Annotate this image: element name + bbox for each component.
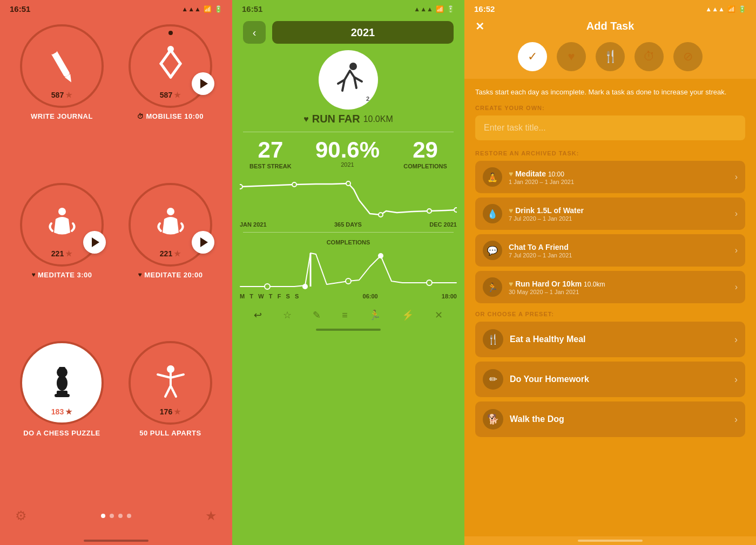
home-indicator-3 [578, 540, 643, 542]
task-circle-chess[interactable]: 183 ★ [20, 341, 104, 425]
star-icon-wj: ★ [65, 91, 72, 99]
archived-item-run[interactable]: 🏃 ♥ Run Hard Or 10km 10.0km 30 May 2020 … [475, 271, 745, 303]
cat-icon-health[interactable]: ♥ [557, 42, 586, 71]
chevron-walk-dog: › [734, 414, 738, 425]
star-icon-med2: ★ [174, 249, 181, 258]
preset-item-healthy-meal[interactable]: 🍴 Eat a Healthy Meal › [475, 322, 745, 357]
cat-icon-time[interactable]: ⏱ [634, 42, 664, 71]
preset-icon-homework: ✏ [483, 369, 503, 390]
mobilise-play-btn[interactable] [192, 72, 214, 95]
task-circle-mobilise[interactable]: 587 ★ [129, 24, 212, 108]
clock-icon-mob: ⏱ [137, 113, 144, 120]
task-item-mobilise[interactable]: 587 ★ ⏱ MOBILISE 10:00 [119, 24, 221, 176]
stat-best-streak: 27 BEST STREAK [249, 139, 292, 169]
archived-date-run: 30 May 2020 – 1 Jan 2021 [509, 289, 728, 295]
svg-line-20 [171, 386, 176, 397]
archived-info-meditate: ♥ Meditate 10:00 1 Jan 2020 – 1 Jan 2021 [509, 169, 728, 185]
svg-point-15 [167, 365, 174, 373]
run-icon-p2[interactable]: 🏃 [369, 309, 381, 321]
svg-point-12 [57, 376, 68, 391]
heart-icon-run: ♥ [303, 114, 309, 124]
star-icon-mob: ★ [174, 91, 181, 99]
cat-icon-task[interactable]: ✓ [518, 42, 547, 71]
share-icon[interactable]: ↩ [254, 309, 262, 321]
page-dot-3 [118, 514, 123, 518]
completions-num: 29 [403, 139, 447, 161]
archived-item-meditate[interactable]: 🧘 ♥ Meditate 10:00 1 Jan 2020 – 1 Jan 20… [475, 161, 745, 193]
battery-icon: 🔋 [214, 5, 222, 13]
svg-point-21 [349, 63, 357, 70]
archived-info-water: ♥ Drink 1.5L of Water 7 Jul 2020 – 1 Jan… [509, 206, 728, 222]
star-icon-pa: ★ [174, 407, 181, 416]
task-circle-meditate1[interactable]: 221 ★ [20, 183, 104, 267]
completions-chart-label: COMPLETIONS [232, 239, 464, 246]
p2-header: ‹ 2021 [232, 16, 464, 50]
chevron-meditate: › [735, 172, 738, 182]
preset-item-walk-dog[interactable]: 🐕 Walk the Dog › [475, 401, 745, 437]
task-title-input[interactable] [475, 115, 745, 140]
svg-line-17 [158, 374, 171, 378]
page-dot-2 [110, 514, 114, 518]
task-circle-meditate2[interactable]: 221 ★ [129, 183, 212, 267]
task-item-pullapart[interactable]: 176 ★ 50 PULL APARTS [119, 341, 221, 493]
home-indicator-2 [316, 329, 381, 331]
status-bar-3: 16:52 ▲▲▲ 📶 🔋 [464, 0, 756, 16]
heart-icon-med2: ♥ [138, 271, 143, 278]
meditate1-badge: 221 ★ [51, 249, 72, 258]
settings-button[interactable]: ⚙ [15, 508, 27, 523]
pullapart-badge: 176 ★ [160, 407, 181, 416]
task-item-write-journal[interactable]: 587 ★ WRITE JOURNAL [11, 24, 113, 176]
archived-item-chat[interactable]: 💬 Chat To A Friend 7 Jul 2020 – 1 Jan 20… [475, 234, 745, 267]
task-item-meditate1[interactable]: 221 ★ ♥ MEDITATE 3:00 [11, 183, 113, 335]
archived-info-chat: Chat To A Friend 7 Jul 2020 – 1 Jan 2021 [509, 243, 728, 258]
list-icon-p2[interactable]: ≡ [342, 310, 348, 321]
edit-icon-p2[interactable]: ✎ [313, 309, 321, 321]
svg-point-8 [58, 208, 66, 215]
tasks-grid: 587 ★ WRITE JOURNAL 587 [0, 16, 232, 502]
task-circle-write-journal[interactable]: 587 ★ [20, 24, 104, 108]
cat-icon-food[interactable]: 🍴 [596, 42, 625, 71]
task-circle-pullapart[interactable]: 176 ★ [129, 341, 212, 425]
meditate2-icon [149, 203, 192, 246]
svg-line-6 [171, 64, 180, 77]
page-dot-1 [101, 514, 105, 518]
task-item-meditate2[interactable]: 221 ★ ♥ MEDITATE 20:00 [119, 183, 221, 335]
svg-point-29 [265, 284, 270, 289]
preset-item-homework[interactable]: ✏ Do Your Homework › [475, 362, 745, 397]
activity-circle: 2 [319, 50, 378, 110]
svg-point-32 [378, 253, 383, 258]
time-3: 16:52 [474, 4, 495, 13]
lightning-icon-p2[interactable]: ⚡ [402, 309, 414, 321]
pen-icon [40, 45, 84, 88]
cat-icon-none[interactable]: ⊘ [673, 42, 703, 71]
meditate2-play-btn[interactable] [192, 231, 214, 254]
close-icon-p2[interactable]: ✕ [435, 309, 443, 321]
svg-point-7 [167, 46, 174, 52]
archived-item-water[interactable]: 💧 ♥ Drink 1.5L of Water 7 Jul 2020 – 1 J… [475, 197, 745, 230]
battery-icon-3: 🔋 [738, 5, 746, 13]
stats-row: 27 BEST STREAK 90.6% 2021 29 COMPLETIONS [232, 139, 464, 176]
meditate1-play-btn[interactable] [83, 231, 106, 254]
task-item-chess[interactable]: 183 ★ DO A CHESS PUZZLE [11, 341, 113, 493]
star-icon-med1: ★ [65, 249, 72, 258]
battery-icon-2: 🔋 [447, 5, 455, 13]
archived-icon-chat: 💬 [483, 241, 502, 260]
home-indicator-1 [84, 540, 148, 542]
mobilise-label: ⏱ MOBILISE 10:00 [137, 112, 204, 120]
chart-axis-labels: JAN 2021 365 DAYS DEC 2021 [240, 221, 457, 228]
best-streak-label: BEST STREAK [249, 163, 292, 169]
back-button[interactable]: ‹ [243, 21, 266, 44]
close-button[interactable]: ✕ [475, 20, 484, 33]
status-icons-3: ▲▲▲ 📶 🔋 [705, 5, 746, 13]
add-task-title: Add Task [586, 20, 634, 32]
archived-name-chat: Chat To A Friend [509, 243, 728, 251]
favorites-button[interactable]: ★ [205, 508, 217, 523]
run-km: 10.0KM [363, 114, 393, 124]
star-icon-p2[interactable]: ☆ [283, 309, 292, 321]
svg-rect-14 [59, 367, 65, 370]
archived-info-run: ♥ Run Hard Or 10km 10.0km 30 May 2020 – … [509, 280, 728, 295]
archived-date-water: 7 Jul 2020 – 1 Jan 2021 [509, 215, 728, 222]
pct-num: 90.6% [315, 139, 380, 161]
archived-name-water: ♥ Drink 1.5L of Water [509, 206, 728, 215]
panel-add-task: 16:52 ▲▲▲ 📶 🔋 ✕ Add Task ✓ ♥ 🍴 ⏱ ⊘ Tasks… [464, 0, 756, 545]
